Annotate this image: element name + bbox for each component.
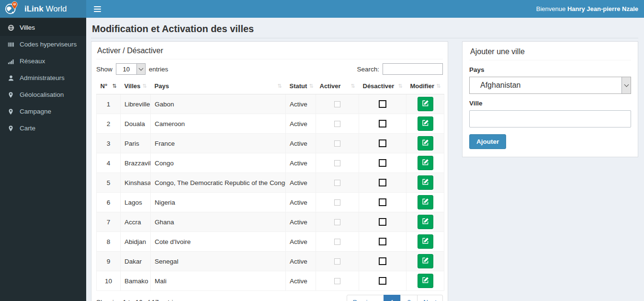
sort-icon[interactable]: ⇅ (436, 83, 441, 89)
modifier-button[interactable] (418, 234, 433, 249)
table-row: 7 Accra Ghana Active (97, 212, 444, 232)
chevron-down-icon (136, 64, 145, 74)
pays-label: Pays (469, 66, 631, 73)
edit-pencil-icon (422, 178, 429, 187)
table-row: 1 Libreville Gabon Active (97, 94, 444, 114)
modifier-button[interactable] (418, 116, 433, 131)
activer-checkbox (334, 121, 340, 127)
desactiver-checkbox[interactable] (379, 179, 386, 186)
ajouter-panel-title: Ajouter une ville (469, 46, 631, 60)
desactiver-checkbox[interactable] (379, 218, 386, 226)
modifier-button[interactable] (418, 215, 433, 229)
column-header[interactable]: N° ⇅ (97, 80, 121, 94)
sort-icon[interactable]: ⇅ (277, 83, 282, 89)
desactiver-checkbox[interactable] (379, 100, 386, 108)
next-page-button[interactable]: Next (417, 295, 443, 301)
column-header[interactable]: Statut ⇅ (286, 80, 316, 94)
cell-pays: Senegal (151, 252, 286, 271)
modifier-button[interactable] (418, 175, 433, 190)
cell-statut: Active (286, 134, 316, 153)
map-marker-icon (8, 108, 14, 115)
cell-numero: 1 (97, 94, 121, 114)
modifier-button[interactable] (418, 97, 433, 111)
activer-checkbox (334, 160, 340, 166)
sort-icon[interactable]: ⇅ (350, 83, 355, 89)
cell-statut: Active (286, 252, 316, 271)
column-header[interactable]: Désactiver ⇅ (359, 80, 407, 94)
cell-statut: Active (286, 232, 316, 252)
sidebar-item-geolocalisation[interactable]: Géolocalisation (0, 86, 86, 103)
column-header[interactable]: Activer ⇅ (316, 80, 359, 94)
sidebar-item-carte[interactable]: Carte (0, 120, 86, 137)
cell-ville: Paris (121, 134, 151, 153)
desactiver-checkbox[interactable] (379, 238, 386, 245)
entries-length-select[interactable]: 10 (116, 63, 146, 75)
desactiver-checkbox[interactable] (379, 120, 386, 127)
hamburger-menu-icon[interactable] (90, 4, 104, 14)
column-header-label: Villes (124, 82, 141, 90)
desactiver-checkbox[interactable] (379, 198, 386, 206)
ajouter-button[interactable]: Ajouter (469, 134, 506, 149)
entries-length-control: Show 10 entries (96, 63, 168, 75)
signal-bars-icon (8, 58, 14, 65)
brand-logo[interactable]: $ iLink World (0, 0, 86, 18)
sidebar-item-label: Villes (20, 24, 35, 31)
sidebar-item-label: Carte (20, 125, 35, 132)
page-number-button[interactable]: 1 (384, 295, 401, 301)
search-label: Search: (357, 66, 379, 73)
top-bar: $ iLink World Bienvenue Hanry Jean-pierr… (0, 0, 644, 18)
previous-page-button[interactable]: Previous (347, 295, 384, 301)
title-divider (91, 38, 638, 38)
sidebar-item-villes[interactable]: Villes (0, 19, 86, 36)
map-marker-icon (8, 92, 14, 98)
search-control: Search: (357, 63, 443, 75)
modifier-button[interactable] (418, 156, 433, 170)
pagination: Previous 12 Next (347, 295, 443, 301)
cell-statut: Active (286, 94, 316, 114)
sort-icon[interactable]: ⇅ (398, 83, 402, 89)
cell-numero: 10 (97, 271, 121, 291)
modifier-button[interactable] (418, 254, 433, 268)
sidebar-item-administrateurs[interactable]: Administrateurs (0, 69, 86, 86)
content-area: Modification et Activation des villes Ac… (86, 18, 644, 301)
sidebar-item-codes-hyperviseurs[interactable]: Codes hyperviseurs (0, 36, 86, 53)
desactiver-checkbox[interactable] (379, 139, 386, 147)
modifier-button[interactable] (418, 136, 433, 150)
sidebar-item-campagne[interactable]: Campagne (0, 103, 86, 120)
sort-icon[interactable]: ⇅ (142, 83, 147, 89)
sidebar-item-reseaux[interactable]: Réseaux (0, 53, 86, 69)
map-marker-icon (8, 125, 14, 132)
column-header-label: Activer (320, 82, 341, 90)
page-number-button[interactable]: 2 (400, 295, 418, 301)
activer-checkbox (334, 101, 340, 107)
cell-numero: 5 (97, 173, 121, 193)
svg-text:$: $ (14, 2, 15, 5)
column-header[interactable]: Modifier ⇅ (407, 80, 444, 94)
cell-statut: Active (286, 193, 316, 212)
desactiver-checkbox[interactable] (379, 159, 386, 167)
table-row: 6 Lagos Nigeria Active (97, 193, 444, 212)
column-header[interactable]: Pays ⇅ (151, 80, 286, 94)
sidebar-item-label: Géolocalisation (20, 91, 64, 98)
sort-icon[interactable]: ⇅ (309, 83, 313, 89)
cell-pays: Nigeria (151, 193, 286, 212)
sort-icon[interactable]: ⇅ (112, 83, 116, 89)
pays-select[interactable]: Afghanistan (469, 77, 631, 94)
user-icon (8, 75, 14, 81)
cell-statut: Active (286, 153, 316, 173)
desactiver-checkbox[interactable] (379, 277, 386, 285)
modifier-button[interactable] (418, 195, 433, 209)
desactiver-checkbox[interactable] (379, 257, 386, 265)
cell-statut: Active (286, 271, 316, 291)
entries-length-value: 10 (116, 64, 136, 74)
table-info: Showing 1 to 10 of 17 entries (96, 295, 180, 301)
cell-numero: 3 (97, 134, 121, 153)
ville-input[interactable] (469, 110, 631, 127)
search-input[interactable] (383, 63, 443, 75)
column-header[interactable]: Villes ⇅ (121, 80, 151, 94)
cell-ville: Lagos (121, 193, 151, 212)
modifier-button[interactable] (418, 274, 433, 288)
edit-pencil-icon (422, 218, 429, 226)
chevron-down-icon (621, 77, 631, 93)
sidebar-item-label: Campagne (20, 108, 51, 115)
